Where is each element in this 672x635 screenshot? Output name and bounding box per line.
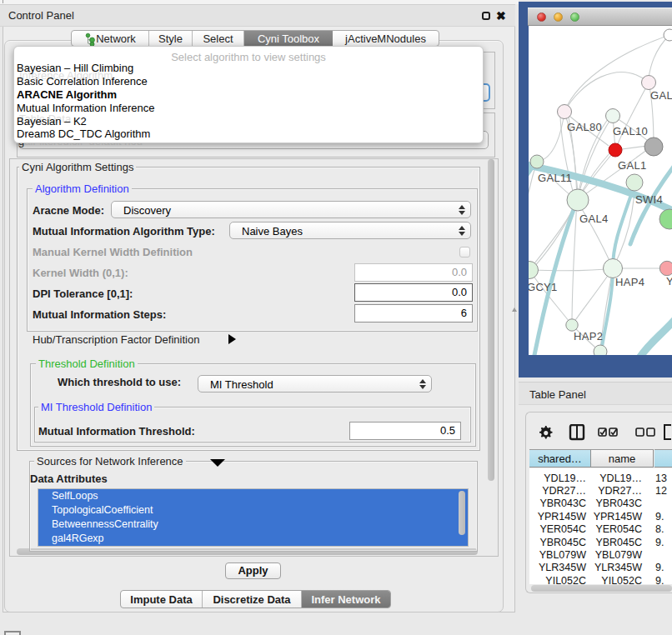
- svg-text:GAL10: GAL10: [613, 125, 648, 138]
- svg-text:GCY1: GCY1: [529, 281, 558, 293]
- svg-text:HAP4: HAP4: [615, 276, 644, 288]
- svg-text:GAL4: GAL4: [579, 212, 608, 225]
- svg-text:SWI4: SWI4: [635, 193, 663, 206]
- svg-text:GAL11: GAL11: [538, 172, 572, 184]
- svg-text:Y: Y: [666, 275, 672, 288]
- svg-text:GAL: GAL: [650, 89, 672, 102]
- svg-text:GAL1: GAL1: [618, 159, 646, 172]
- svg-text:HAP2: HAP2: [574, 330, 603, 342]
- svg-text:GAL80: GAL80: [567, 121, 602, 133]
